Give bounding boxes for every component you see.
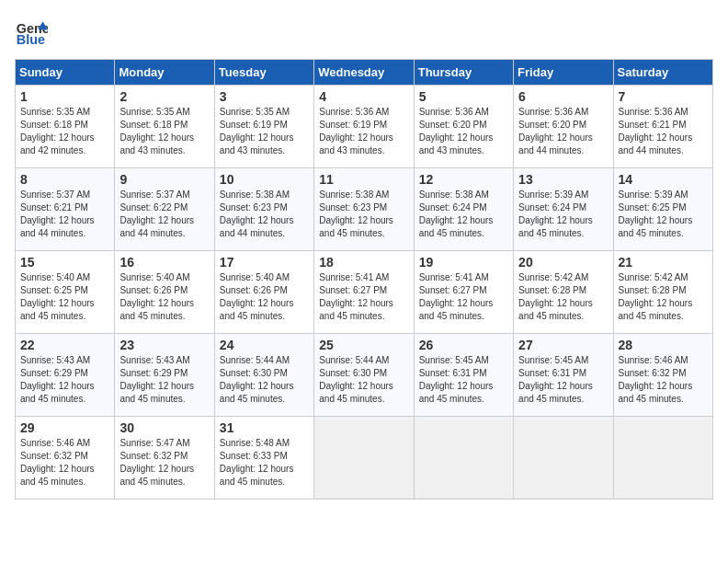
day-number: 18 (319, 255, 408, 270)
weekday-header: Tuesday (214, 60, 313, 86)
empty-cell (414, 417, 513, 500)
weekday-header: Wednesday (314, 60, 414, 86)
calendar-day-cell: 4 Sunrise: 5:36 AM Sunset: 6:19 PM Dayli… (314, 86, 414, 168)
day-info: Sunrise: 5:38 AM Sunset: 6:23 PM Dayligh… (319, 189, 408, 240)
day-info: Sunrise: 5:45 AM Sunset: 6:31 PM Dayligh… (419, 354, 508, 406)
day-number: 1 (20, 89, 109, 104)
day-number: 8 (20, 172, 109, 187)
calendar-day-cell: 10 Sunrise: 5:38 AM Sunset: 6:23 PM Dayl… (214, 168, 313, 251)
calendar-day-cell: 18 Sunrise: 5:41 AM Sunset: 6:27 PM Dayl… (314, 251, 414, 334)
day-info: Sunrise: 5:38 AM Sunset: 6:23 PM Dayligh… (220, 189, 309, 240)
day-info: Sunrise: 5:37 AM Sunset: 6:21 PM Dayligh… (20, 189, 109, 240)
day-info: Sunrise: 5:41 AM Sunset: 6:27 PM Dayligh… (419, 271, 508, 323)
calendar-day-cell: 2 Sunrise: 5:35 AM Sunset: 6:18 PM Dayli… (115, 86, 214, 168)
calendar-day-cell: 14 Sunrise: 5:39 AM Sunset: 6:25 PM Dayl… (613, 168, 712, 251)
calendar-day-cell: 31 Sunrise: 5:48 AM Sunset: 6:33 PM Dayl… (214, 417, 313, 500)
calendar-day-cell: 12 Sunrise: 5:38 AM Sunset: 6:24 PM Dayl… (414, 168, 513, 251)
day-number: 9 (119, 172, 209, 187)
empty-cell (613, 417, 712, 500)
calendar-day-cell: 8 Sunrise: 5:37 AM Sunset: 6:21 PM Dayli… (16, 168, 115, 251)
calendar-week-row: 22 Sunrise: 5:43 AM Sunset: 6:29 PM Dayl… (16, 334, 713, 417)
day-info: Sunrise: 5:36 AM Sunset: 6:20 PM Dayligh… (518, 106, 608, 157)
weekday-header: Monday (115, 60, 214, 86)
day-info: Sunrise: 5:42 AM Sunset: 6:28 PM Dayligh… (619, 271, 708, 323)
day-info: Sunrise: 5:48 AM Sunset: 6:33 PM Dayligh… (220, 437, 309, 488)
page-header: General Blue (15, 15, 713, 48)
calendar-day-cell: 23 Sunrise: 5:43 AM Sunset: 6:29 PM Dayl… (115, 334, 214, 417)
day-number: 15 (20, 255, 109, 270)
day-info: Sunrise: 5:45 AM Sunset: 6:31 PM Dayligh… (518, 354, 608, 406)
calendar-week-row: 15 Sunrise: 5:40 AM Sunset: 6:25 PM Dayl… (16, 251, 713, 334)
day-info: Sunrise: 5:39 AM Sunset: 6:25 PM Dayligh… (619, 189, 708, 240)
day-number: 4 (319, 89, 408, 104)
day-info: Sunrise: 5:40 AM Sunset: 6:26 PM Dayligh… (220, 271, 309, 323)
day-number: 17 (220, 255, 309, 270)
weekday-header: Saturday (613, 60, 712, 86)
day-info: Sunrise: 5:35 AM Sunset: 6:19 PM Dayligh… (220, 106, 309, 157)
day-info: Sunrise: 5:44 AM Sunset: 6:30 PM Dayligh… (220, 354, 309, 406)
calendar-day-cell: 21 Sunrise: 5:42 AM Sunset: 6:28 PM Dayl… (613, 251, 712, 334)
day-info: Sunrise: 5:43 AM Sunset: 6:29 PM Dayligh… (20, 354, 109, 406)
logo: General Blue (15, 15, 55, 48)
day-number: 14 (619, 172, 708, 187)
day-info: Sunrise: 5:43 AM Sunset: 6:29 PM Dayligh… (119, 354, 209, 406)
calendar-day-cell: 26 Sunrise: 5:45 AM Sunset: 6:31 PM Dayl… (414, 334, 513, 417)
empty-cell (514, 417, 613, 500)
day-info: Sunrise: 5:44 AM Sunset: 6:30 PM Dayligh… (319, 354, 408, 406)
day-info: Sunrise: 5:36 AM Sunset: 6:19 PM Dayligh… (319, 106, 408, 157)
day-number: 27 (518, 338, 608, 352)
calendar-day-cell: 19 Sunrise: 5:41 AM Sunset: 6:27 PM Dayl… (414, 251, 513, 334)
day-number: 3 (220, 89, 309, 104)
calendar-day-cell: 27 Sunrise: 5:45 AM Sunset: 6:31 PM Dayl… (514, 334, 613, 417)
calendar-day-cell: 22 Sunrise: 5:43 AM Sunset: 6:29 PM Dayl… (16, 334, 115, 417)
day-number: 23 (119, 338, 209, 352)
day-info: Sunrise: 5:39 AM Sunset: 6:24 PM Dayligh… (518, 189, 608, 240)
day-number: 13 (518, 172, 608, 187)
day-info: Sunrise: 5:46 AM Sunset: 6:32 PM Dayligh… (20, 437, 109, 488)
day-number: 26 (419, 338, 508, 352)
day-number: 19 (419, 255, 508, 270)
weekday-header: Thursday (414, 60, 513, 86)
day-number: 16 (119, 255, 209, 270)
day-info: Sunrise: 5:38 AM Sunset: 6:24 PM Dayligh… (419, 189, 508, 240)
day-number: 28 (619, 338, 708, 352)
day-info: Sunrise: 5:35 AM Sunset: 6:18 PM Dayligh… (119, 106, 209, 157)
calendar-week-row: 8 Sunrise: 5:37 AM Sunset: 6:21 PM Dayli… (16, 168, 713, 251)
day-info: Sunrise: 5:42 AM Sunset: 6:28 PM Dayligh… (518, 271, 608, 323)
calendar-day-cell: 3 Sunrise: 5:35 AM Sunset: 6:19 PM Dayli… (214, 86, 313, 168)
day-info: Sunrise: 5:47 AM Sunset: 6:32 PM Dayligh… (119, 437, 209, 488)
day-info: Sunrise: 5:46 AM Sunset: 6:32 PM Dayligh… (619, 354, 708, 406)
calendar-day-cell: 20 Sunrise: 5:42 AM Sunset: 6:28 PM Dayl… (514, 251, 613, 334)
calendar-day-cell: 29 Sunrise: 5:46 AM Sunset: 6:32 PM Dayl… (16, 417, 115, 500)
day-number: 25 (319, 338, 408, 352)
header-row: SundayMondayTuesdayWednesdayThursdayFrid… (16, 60, 713, 86)
calendar-week-row: 29 Sunrise: 5:46 AM Sunset: 6:32 PM Dayl… (16, 417, 713, 500)
calendar-day-cell: 5 Sunrise: 5:36 AM Sunset: 6:20 PM Dayli… (414, 86, 513, 168)
calendar-day-cell: 30 Sunrise: 5:47 AM Sunset: 6:32 PM Dayl… (115, 417, 214, 500)
calendar-day-cell: 6 Sunrise: 5:36 AM Sunset: 6:20 PM Dayli… (514, 86, 613, 168)
calendar-day-cell: 1 Sunrise: 5:35 AM Sunset: 6:18 PM Dayli… (16, 86, 115, 168)
svg-text:Blue: Blue (17, 32, 45, 47)
day-number: 31 (220, 420, 309, 435)
day-number: 20 (518, 255, 608, 270)
calendar-day-cell: 24 Sunrise: 5:44 AM Sunset: 6:30 PM Dayl… (214, 334, 313, 417)
calendar-day-cell: 16 Sunrise: 5:40 AM Sunset: 6:26 PM Dayl… (115, 251, 214, 334)
day-number: 30 (119, 420, 209, 435)
day-number: 12 (419, 172, 508, 187)
logo-icon: General Blue (15, 15, 48, 48)
day-number: 2 (119, 89, 209, 104)
day-info: Sunrise: 5:41 AM Sunset: 6:27 PM Dayligh… (319, 271, 408, 323)
day-info: Sunrise: 5:36 AM Sunset: 6:20 PM Dayligh… (419, 106, 508, 157)
day-info: Sunrise: 5:37 AM Sunset: 6:22 PM Dayligh… (119, 189, 209, 240)
calendar-day-cell: 17 Sunrise: 5:40 AM Sunset: 6:26 PM Dayl… (214, 251, 313, 334)
day-number: 24 (220, 338, 309, 352)
calendar-day-cell: 15 Sunrise: 5:40 AM Sunset: 6:25 PM Dayl… (16, 251, 115, 334)
calendar-day-cell: 25 Sunrise: 5:44 AM Sunset: 6:30 PM Dayl… (314, 334, 414, 417)
calendar-week-row: 1 Sunrise: 5:35 AM Sunset: 6:18 PM Dayli… (16, 86, 713, 168)
day-info: Sunrise: 5:35 AM Sunset: 6:18 PM Dayligh… (20, 106, 109, 157)
day-number: 11 (319, 172, 408, 187)
calendar-table: SundayMondayTuesdayWednesdayThursdayFrid… (15, 59, 713, 500)
day-number: 5 (419, 89, 508, 104)
weekday-header: Sunday (16, 60, 115, 86)
weekday-header: Friday (514, 60, 613, 86)
